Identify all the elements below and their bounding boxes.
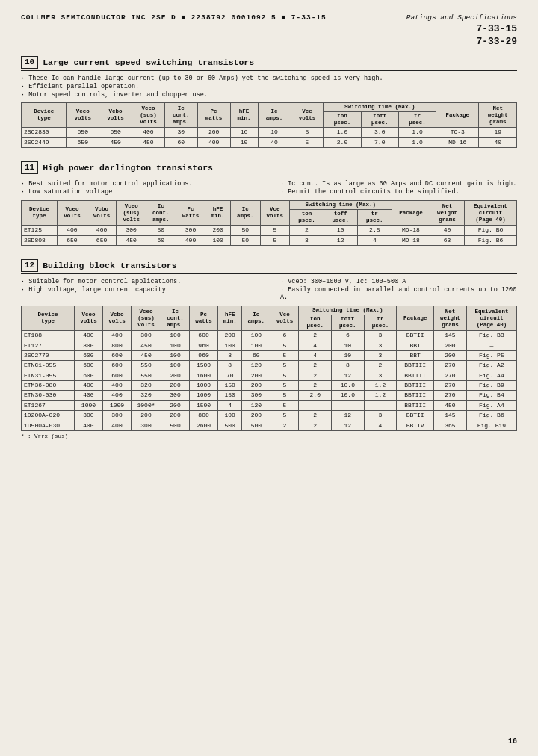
page-number: 16 (508, 737, 517, 746)
table-cell-6-1: 400 (74, 391, 102, 400)
table-row: 2SD808650650450604001005053124MD-1863Fig… (22, 235, 517, 245)
table-cell-2-10: 10 (332, 350, 365, 360)
th-col-12: Package (397, 306, 434, 331)
table-cell-0-9: 2 (299, 331, 332, 341)
table-cell-3-12: BBTIII (397, 361, 434, 371)
table-cell-1-8: 5 (270, 341, 299, 350)
table-cell-1-1: 800 (74, 341, 102, 350)
table-cell-9-13: 365 (433, 421, 466, 430)
section-table-12: DevicetypeVceovoltsVcbovoltsVceo(sus)vol… (21, 306, 517, 431)
table-row: ETNC1-055600600550100150081205282BBTIII2… (22, 361, 517, 371)
table-cell-4-2: 600 (102, 371, 131, 380)
bullet-item: · Best suited for motor control applicat… (21, 180, 258, 188)
th-col-13: Netweightgrams (430, 201, 465, 226)
table-cell-8-2: 300 (102, 411, 131, 421)
stamp1: 7-33-15 (21, 23, 517, 34)
th-col-14: Equivalentcircuit(Page 40) (466, 306, 516, 331)
table-cell-7-2: 1000 (102, 400, 131, 410)
table-cell-3-13: 270 (433, 361, 466, 371)
table-cell-0-0: ET125 (22, 226, 58, 235)
table-cell-3-10: 8 (332, 361, 365, 371)
table-cell-9-6: 500 (218, 421, 242, 430)
th-col-5: Pcwatts (176, 201, 205, 226)
table-cell-4-9: 2 (299, 371, 332, 380)
bullet-col-left: · Best suited for motor control applicat… (21, 180, 258, 196)
bullet-item: · Easily connected in parallel and contr… (280, 286, 517, 301)
table-cell-8-13: 145 (433, 411, 466, 421)
bullet-item: · High voltage, large current capacity (21, 286, 258, 294)
bullet-item: · These Ic can handle large current (up … (21, 75, 517, 82)
table-cell-3-1: 600 (74, 361, 102, 371)
table-cell-6-12: BBTIII (397, 391, 434, 400)
section-11: 11High power darlington transistors· Bes… (21, 161, 517, 246)
th-col-7: Icamps. (258, 103, 291, 128)
table-cell-9-11: 4 (364, 421, 397, 430)
section-title-11: 11High power darlington transistors (21, 161, 517, 176)
table-cell-1-6: 100 (205, 235, 231, 245)
table-cell-7-9: — (299, 400, 332, 410)
table-cell-1-11: 1.0 (398, 137, 436, 147)
header-left-text: COLLMER SEMICONDUCTOR INC 2SE D ■ 223879… (21, 13, 327, 22)
ratings-text: Ratings and Specifications (406, 13, 517, 22)
table-cell-4-13: 270 (433, 371, 466, 380)
table-cell-7-1: 1000 (74, 400, 102, 410)
table-cell-1-4: 100 (161, 341, 190, 350)
table-cell-1-2: 450 (99, 137, 132, 147)
table-cell-1-4: 60 (164, 137, 197, 147)
th-switching-time: Switching time (Max.) (324, 103, 436, 112)
section-num-11: 11 (21, 161, 38, 174)
th-switch-sub-2: trμsec. (358, 210, 392, 226)
table-cell-9-8: 2 (270, 421, 299, 430)
table-row: ET1267100010001000*200150041205———BBTIII… (22, 400, 517, 410)
th-col-12: Package (436, 103, 479, 128)
table-cell-1-12: MD-16 (436, 137, 479, 147)
th-switch-sub-0: tonμsec. (290, 210, 324, 226)
th-switching-time: Switching time (Max.) (299, 306, 397, 315)
table-cell-1-0: ET127 (22, 341, 75, 350)
section-bullets-11: · Best suited for motor control applicat… (21, 180, 517, 196)
table-cell-0-12: BBTII (397, 331, 434, 341)
table-cell-1-9: 4 (299, 341, 332, 350)
th-col-12: Package (392, 201, 430, 226)
table-row: 2SC283065065040030200161051.03.01.0TO-31… (22, 128, 517, 137)
table-cell-0-5: 200 (197, 128, 230, 137)
table-cell-2-6: 8 (218, 350, 242, 360)
table-cell-0-13: 40 (430, 226, 465, 235)
table-cell-1-14: Fig. B6 (464, 235, 516, 245)
table-cell-0-3: 300 (117, 226, 146, 235)
table-cell-7-7: 120 (242, 400, 270, 410)
table-cell-1-1: 650 (67, 137, 99, 147)
th-col-3: Vceo(sus)volts (117, 201, 146, 226)
table-cell-5-12: BBTIII (397, 381, 434, 391)
bullet-item: · Ic cont. Is as large as 60 Amps and DC… (280, 180, 517, 188)
table-cell-0-10: 6 (332, 331, 365, 341)
table-row: ETM36-08040040032020010001502005210.01.2… (22, 381, 517, 391)
table-cell-1-11: 4 (358, 235, 392, 245)
bullet-item: · Motor speed controls, inverter and cho… (21, 91, 517, 99)
th-col-7: Icamps. (230, 201, 260, 226)
table-cell-6-13: 270 (433, 391, 466, 400)
table-cell-1-5: 400 (176, 235, 205, 245)
table-row: 2SC244965045045060400104052.07.01.0MD-16… (22, 137, 517, 147)
table-cell-4-10: 12 (332, 371, 365, 380)
table-cell-2-2: 600 (102, 350, 131, 360)
table-cell-1-3: 450 (117, 235, 146, 245)
table-cell-0-2: 650 (99, 128, 132, 137)
table-row: ET1884004003001006002001006263BBTII145Fi… (22, 331, 517, 341)
section-title-10: 10Large current speed switching transist… (21, 56, 517, 71)
bullet-item: · Efficient parallel operation. (21, 83, 517, 90)
section-table-11: DevicetypeVceovoltsVcbovoltsVceo(sus)vol… (21, 200, 517, 246)
bullet-item: · Permit the control circuits to be simp… (280, 188, 517, 196)
table-cell-1-3: 450 (132, 137, 165, 147)
bullet-col-right: · Vceo: 300–1000 V, Ic: 100–500 A· Easil… (280, 278, 517, 302)
table-cell-9-9: 2 (299, 421, 332, 430)
table-cell-1-7: 50 (230, 235, 260, 245)
table-cell-5-3: 320 (132, 381, 161, 391)
table-cell-5-6: 150 (218, 381, 242, 391)
table-cell-0-8: 5 (260, 226, 290, 235)
table-cell-5-5: 1000 (190, 381, 218, 391)
table-cell-1-7: 40 (258, 137, 291, 147)
table-cell-6-3: 320 (132, 391, 161, 400)
table-cell-9-4: 500 (161, 421, 190, 430)
table-cell-0-7: 10 (258, 128, 291, 137)
